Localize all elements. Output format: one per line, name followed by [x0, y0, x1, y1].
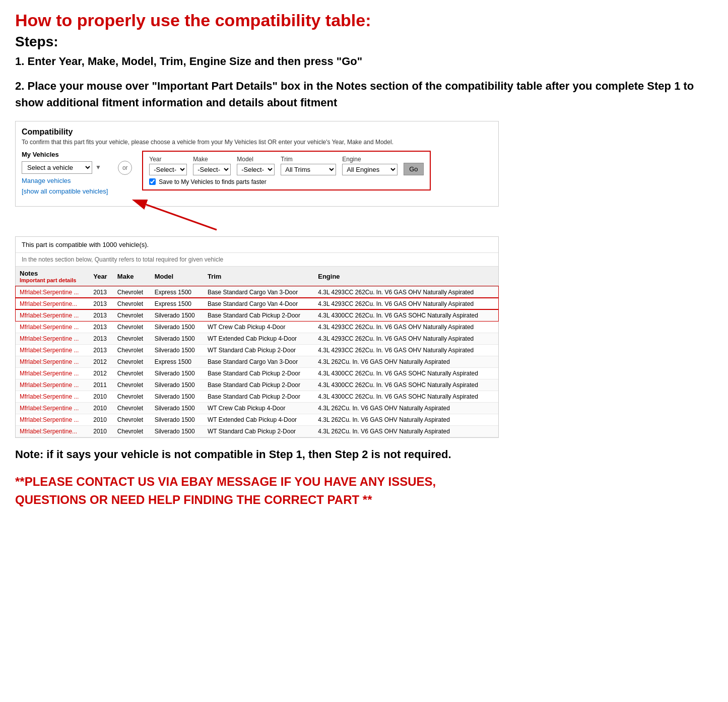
table-row: Mfrlabel:Serpentine ...2013ChevroletSilv… — [16, 344, 498, 356]
cell-notes: Mfrlabel:Serpentine ... — [16, 379, 89, 391]
ymm-section: Year -Select- Make -Select- Model -Selec… — [142, 151, 430, 190]
cell-notes: Mfrlabel:Serpentine ... — [16, 333, 89, 344]
table-row: Mfrlabel:Serpentine...2013ChevroletExpre… — [16, 298, 498, 309]
save-vehicles-checkbox[interactable] — [149, 178, 156, 185]
cell-year: 2010 — [89, 425, 113, 437]
table-row: Mfrlabel:Serpentine ...2010ChevroletSilv… — [16, 414, 498, 425]
cell-model: Silverado 1500 — [151, 344, 204, 356]
cell-year: 2012 — [89, 367, 113, 379]
cell-make: Chevrolet — [113, 425, 151, 437]
cell-make: Chevrolet — [113, 321, 151, 333]
cell-engine: 4.3L 4293CC 262Cu. In. V6 GAS OHV Natura… — [314, 321, 498, 333]
trim-select[interactable]: All Trims — [281, 164, 336, 175]
cell-trim: WT Standard Cab Pickup 2-Door — [204, 425, 314, 437]
cell-year: 2013 — [89, 344, 113, 356]
cell-model: Silverado 1500 — [151, 391, 204, 402]
cell-notes: Mfrlabel:Serpentine ... — [16, 286, 89, 298]
table-row: Mfrlabel:Serpentine ...2013ChevroletSilv… — [16, 309, 498, 321]
cell-notes: Mfrlabel:Serpentine ... — [16, 367, 89, 379]
cell-engine: 4.3L 262Cu. In. V6 GAS OHV Naturally Asp… — [314, 414, 498, 425]
compat-info-bar: This part is compatible with 1000 vehicl… — [16, 237, 498, 253]
cell-model: Express 1500 — [151, 298, 204, 309]
select-vehicle-dropdown[interactable]: Select a vehicle — [22, 161, 92, 174]
col-notes: Notes Important part details — [16, 267, 89, 287]
trim-label: Trim — [281, 156, 336, 163]
engine-select[interactable]: All Engines — [342, 164, 398, 175]
cell-model: Silverado 1500 — [151, 414, 204, 425]
cell-year: 2011 — [89, 379, 113, 391]
model-select[interactable]: -Select- — [237, 164, 275, 175]
cell-engine: 4.3L 4300CC 262Cu. In. V6 GAS SOHC Natur… — [314, 309, 498, 321]
table-row: Mfrlabel:Serpentine ...2010ChevroletSilv… — [16, 391, 498, 402]
steps-heading: Steps: — [15, 34, 713, 50]
cell-model: Express 1500 — [151, 286, 204, 298]
col-notes-sub: Important part details — [20, 277, 85, 283]
cell-notes: Mfrlabel:Serpentine... — [16, 298, 89, 309]
cell-model: Silverado 1500 — [151, 379, 204, 391]
cell-notes: Mfrlabel:Serpentine ... — [16, 321, 89, 333]
cell-notes: Mfrlabel:Serpentine ... — [16, 414, 89, 425]
model-field: Model -Select- — [237, 156, 275, 175]
svg-line-1 — [146, 205, 217, 230]
cell-notes: Mfrlabel:Serpentine ... — [16, 402, 89, 414]
cell-engine: 4.3L 4293CC 262Cu. In. V6 GAS OHV Natura… — [314, 333, 498, 344]
year-field: Year -Select- — [149, 156, 187, 175]
cell-engine: 4.3L 262Cu. In. V6 GAS OHV Naturally Asp… — [314, 402, 498, 414]
manage-vehicles-link[interactable]: Manage vehicles — [22, 177, 108, 184]
cell-engine: 4.3L 4293CC 262Cu. In. V6 GAS OHV Natura… — [314, 344, 498, 356]
note-text: Note: if it says your vehicle is not com… — [15, 446, 499, 463]
cell-engine: 4.3L 4293CC 262Cu. In. V6 GAS OHV Natura… — [314, 298, 498, 309]
cell-trim: Base Standard Cab Pickup 2-Door — [204, 391, 314, 402]
cell-model: Silverado 1500 — [151, 425, 204, 437]
cell-year: 2013 — [89, 286, 113, 298]
col-model: Model — [151, 267, 204, 287]
cell-model: Silverado 1500 — [151, 333, 204, 344]
cell-trim: Base Standard Cargo Van 3-Door — [204, 286, 314, 298]
compatibility-table: Notes Important part details Year Make M… — [16, 267, 498, 437]
cell-year: 2013 — [89, 309, 113, 321]
save-vehicles-row: Save to My Vehicles to finds parts faste… — [149, 178, 423, 185]
cell-make: Chevrolet — [113, 309, 151, 321]
cell-trim: WT Standard Cab Pickup 2-Door — [204, 344, 314, 356]
cell-make: Chevrolet — [113, 356, 151, 367]
table-row: Mfrlabel:Serpentine ...2013ChevroletExpr… — [16, 286, 498, 298]
cell-engine: 4.3L 4300CC 262Cu. In. V6 GAS SOHC Natur… — [314, 367, 498, 379]
cell-engine: 4.3L 4300CC 262Cu. In. V6 GAS SOHC Natur… — [314, 379, 498, 391]
col-trim: Trim — [204, 267, 314, 287]
cell-model: Silverado 1500 — [151, 321, 204, 333]
compat-subtitle: To confirm that this part fits your vehi… — [22, 139, 492, 146]
main-title: How to properly use the compatibility ta… — [15, 10, 713, 31]
cell-make: Chevrolet — [113, 298, 151, 309]
cell-model: Silverado 1500 — [151, 309, 204, 321]
step1-text: 1. Enter Year, Make, Model, Trim, Engine… — [15, 54, 713, 70]
cell-year: 2013 — [89, 321, 113, 333]
engine-label: Engine — [342, 156, 398, 163]
cell-make: Chevrolet — [113, 333, 151, 344]
cell-notes: Mfrlabel:Serpentine ... — [16, 356, 89, 367]
cell-year: 2010 — [89, 414, 113, 425]
cell-make: Chevrolet — [113, 367, 151, 379]
cell-year: 2013 — [89, 333, 113, 344]
compat-table-area: This part is compatible with 1000 vehicl… — [15, 236, 499, 438]
cell-year: 2010 — [89, 402, 113, 414]
year-select[interactable]: -Select- — [149, 164, 187, 175]
table-row: Mfrlabel:Serpentine ...2010ChevroletSilv… — [16, 402, 498, 414]
table-row: Mfrlabel:Serpentine ...2012ChevroletSilv… — [16, 367, 498, 379]
year-label: Year — [149, 156, 187, 163]
make-select[interactable]: -Select- — [193, 164, 231, 175]
cell-notes: Mfrlabel:Serpentine ... — [16, 391, 89, 402]
cell-trim: Base Standard Cab Pickup 2-Door — [204, 379, 314, 391]
cell-engine: 4.3L 262Cu. In. V6 GAS OHV Naturally Asp… — [314, 356, 498, 367]
cell-engine: 4.3L 262Cu. In. V6 GAS OHV Naturally Asp… — [314, 425, 498, 437]
or-divider: or — [118, 161, 132, 175]
my-vehicles-section: My Vehicles Select a vehicle ▼ Manage ve… — [22, 151, 108, 195]
cell-notes: Mfrlabel:Serpentine ... — [16, 344, 89, 356]
go-button[interactable]: Go — [404, 163, 423, 175]
table-row: Mfrlabel:Serpentine ...2013ChevroletSilv… — [16, 333, 498, 344]
cell-notes: Mfrlabel:Serpentine ... — [16, 309, 89, 321]
cell-make: Chevrolet — [113, 286, 151, 298]
show-all-link[interactable]: [show all compatible vehicles] — [22, 187, 108, 195]
trim-field: Trim All Trims — [281, 156, 336, 175]
cell-make: Chevrolet — [113, 379, 151, 391]
cell-make: Chevrolet — [113, 414, 151, 425]
